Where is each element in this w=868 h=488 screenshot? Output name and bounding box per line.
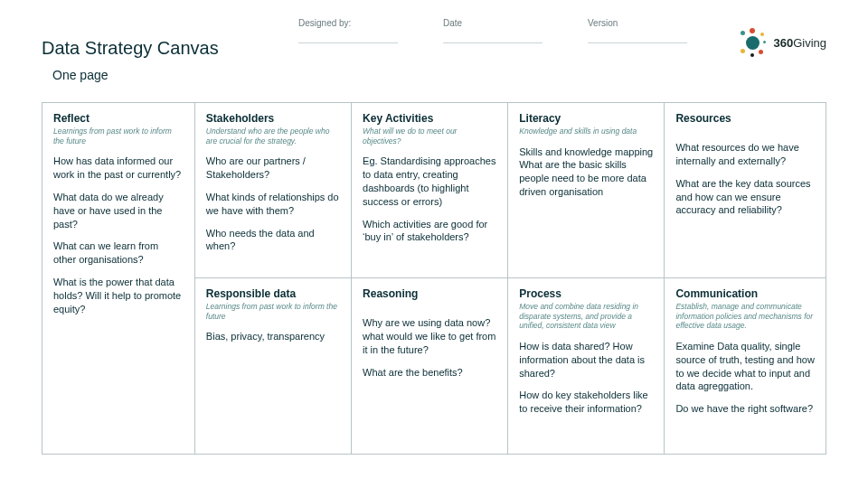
cell-process: Process Move and combine data residing i… bbox=[508, 278, 665, 454]
meta-version-label: Version bbox=[588, 18, 618, 28]
logo-text: 360Giving bbox=[773, 36, 826, 50]
meta-row: Designed by: Date Version bbox=[298, 18, 687, 43]
cell-literacy: Literacy Knowledge and skills in using d… bbox=[508, 103, 665, 278]
cell-body: What are the benefits? bbox=[363, 366, 496, 380]
cell-title: Key Activities bbox=[363, 112, 496, 125]
cell-body: Examine Data quality, single source of t… bbox=[675, 340, 815, 393]
cell-body: How do key stakeholders like to receive … bbox=[519, 389, 653, 416]
cell-title: Process bbox=[519, 287, 653, 300]
cell-body: How has data informed our work in the pa… bbox=[53, 155, 184, 182]
cell-body: What kinds of relationships do we have w… bbox=[206, 191, 340, 218]
logo-mark-icon bbox=[737, 27, 768, 58]
cell-body: Who are our partners / Stakeholders? bbox=[206, 155, 340, 182]
logo: 360Giving bbox=[737, 27, 826, 58]
cell-body: What can we learn from other organisatio… bbox=[53, 239, 184, 267]
cell-body: Which activities are good for ‘buy in’ o… bbox=[363, 218, 496, 245]
cell-title: Reflect bbox=[53, 112, 184, 125]
meta-date: Date bbox=[443, 18, 542, 43]
cell-body: Why are we using data now? what would we… bbox=[363, 316, 496, 357]
cell-body: Do we have the right software? bbox=[675, 402, 815, 416]
meta-designed-by-label: Designed by: bbox=[298, 18, 351, 28]
cell-key-activities: Key Activities What will we do to meet o… bbox=[352, 103, 508, 278]
cell-subtitle: Learnings from past work to inform the f… bbox=[53, 127, 184, 145]
underline bbox=[588, 42, 687, 43]
cell-communication: Communication Establish, manage and comm… bbox=[665, 278, 826, 454]
cell-body: Bias, privacy, transparency bbox=[206, 330, 340, 343]
cell-stakeholders: Stakeholders Understand who are the peop… bbox=[195, 103, 352, 278]
meta-date-label: Date bbox=[443, 18, 462, 28]
page-subtitle: One page bbox=[52, 68, 826, 82]
cell-title: Stakeholders bbox=[206, 112, 340, 125]
cell-body: What is the power that data holds? Will … bbox=[53, 276, 184, 316]
cell-title: Literacy bbox=[519, 112, 653, 125]
meta-version: Version bbox=[588, 18, 687, 43]
cell-responsible-data: Responsible data Learnings from past wor… bbox=[195, 278, 352, 454]
canvas-grid: Reflect Learnings from past work to info… bbox=[42, 102, 826, 455]
cell-subtitle: Move and combine data residing in dispar… bbox=[519, 302, 653, 331]
cell-body: Skills and knowledge mapping What are th… bbox=[519, 145, 653, 199]
cell-body: What data do we already have or have use… bbox=[53, 191, 184, 231]
cell-reflect: Reflect Learnings from past work to info… bbox=[42, 103, 195, 454]
cell-body: What resources do we have internally and… bbox=[675, 141, 815, 168]
meta-designed-by: Designed by: bbox=[298, 18, 398, 43]
underline bbox=[298, 42, 398, 43]
underline bbox=[443, 42, 542, 43]
cell-subtitle: What will we do to meet our objectives? bbox=[363, 127, 496, 145]
cell-resources: Resources What resources do we have inte… bbox=[665, 103, 826, 278]
cell-subtitle: Knowledge and skills in using data bbox=[519, 127, 653, 136]
cell-body: How is data shared? How information abou… bbox=[519, 340, 653, 380]
cell-subtitle: Learnings from past work to inform the f… bbox=[206, 302, 340, 321]
cell-title: Reasoning bbox=[363, 287, 496, 300]
cell-subtitle: Establish, manage and communicate inform… bbox=[675, 302, 815, 331]
cell-body: Who needs the data and when? bbox=[206, 227, 340, 254]
cell-subtitle: Understand who are the people who are cr… bbox=[206, 127, 340, 145]
cell-body: Eg. Standardising approaches to data ent… bbox=[363, 155, 496, 208]
cell-body: What are the key data sources and how ca… bbox=[675, 177, 815, 218]
cell-reasoning: Reasoning Why are we using data now? wha… bbox=[352, 278, 508, 454]
cell-title: Resources bbox=[675, 112, 815, 125]
cell-title: Communication bbox=[675, 287, 815, 300]
cell-title: Responsible data bbox=[206, 287, 340, 300]
